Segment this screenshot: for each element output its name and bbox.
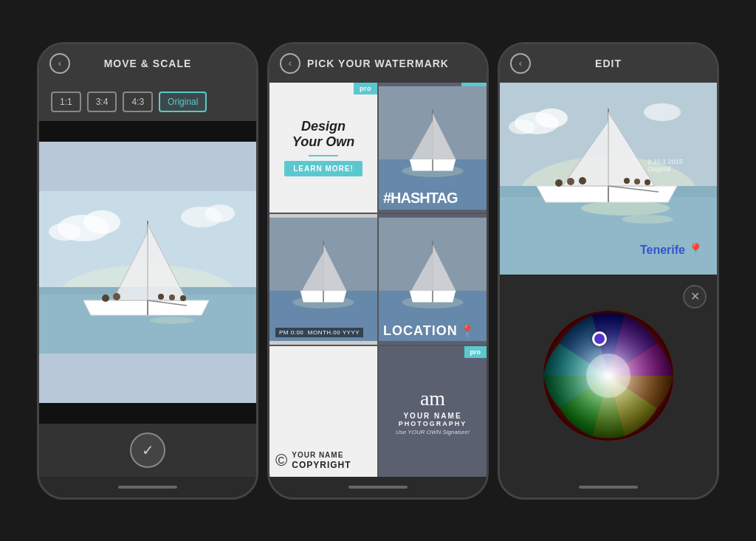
watermark-option-copyright[interactable]: © YOUR NAME COPYRIGHT bbox=[269, 346, 377, 477]
svg-point-47 bbox=[645, 179, 650, 185]
screen3-content: 9.10.1 2015 Original Tenerife 📍 ✕ bbox=[500, 83, 717, 477]
svg-text:9.10.1 2015: 9.10.1 2015 bbox=[647, 158, 684, 165]
screen2-header: ‹ PICK YOUR WATERMARK bbox=[269, 44, 487, 83]
svg-text:Original: Original bbox=[647, 165, 671, 173]
screen1-back-button[interactable]: ‹ bbox=[49, 53, 70, 74]
back-icon2: ‹ bbox=[289, 58, 292, 69]
screen1-content: 1:1 3:4 4:3 Original bbox=[39, 83, 256, 477]
ratio-btn-original[interactable]: Original bbox=[159, 92, 207, 112]
close-icon: ✕ bbox=[690, 289, 700, 303]
close-button[interactable]: ✕ bbox=[683, 285, 707, 309]
photography-name: YOUR NAME bbox=[403, 412, 461, 420]
screen1-bottom-bar bbox=[39, 403, 256, 424]
watermark-option-design[interactable]: pro DesignYour Own LEARN MORE! bbox=[269, 83, 377, 213]
ratio-btn-3-4[interactable]: 3:4 bbox=[87, 92, 117, 112]
screen2-title: PICK YOUR WATERMARK bbox=[307, 58, 449, 69]
svg-point-42 bbox=[555, 179, 563, 187]
svg-point-39 bbox=[644, 103, 681, 121]
screen1-header: ‹ MOVE & SCALE bbox=[39, 44, 256, 83]
sailboat-scene bbox=[39, 142, 256, 403]
phone-screen3: ‹ EDIT bbox=[498, 42, 719, 500]
watermark-grid: pro DesignYour Own LEARN MORE! ★★ bbox=[269, 83, 487, 477]
svg-point-53 bbox=[586, 354, 630, 398]
svg-point-44 bbox=[579, 177, 586, 185]
svg-point-35 bbox=[622, 215, 673, 224]
copyright-content: © YOUR NAME COPYRIGHT bbox=[275, 451, 351, 470]
svg-point-45 bbox=[624, 178, 630, 184]
watermark-option-datetime[interactable]: PM 0:00 MONTH.00 YYYY bbox=[269, 214, 377, 345]
home-indicator3 bbox=[579, 486, 638, 489]
datetime-bg bbox=[269, 214, 377, 345]
screen2-bottom-home bbox=[269, 477, 487, 497]
screens-container: ‹ MOVE & SCALE 1:1 3:4 4:3 Original bbox=[22, 27, 734, 514]
color-wheel-svg bbox=[542, 309, 675, 442]
ratio-btn-4-3[interactable]: 4:3 bbox=[123, 92, 153, 112]
screen3-back-button[interactable]: ‹ bbox=[510, 53, 531, 74]
screen1-image-area[interactable] bbox=[39, 142, 256, 403]
checkmark-icon: ✓ bbox=[142, 441, 154, 459]
phone-screen1: ‹ MOVE & SCALE 1:1 3:4 4:3 Original bbox=[37, 42, 258, 500]
back-icon: ‹ bbox=[58, 58, 61, 69]
location-watermark: Tenerife 📍 bbox=[640, 242, 704, 258]
svg-point-15 bbox=[158, 294, 164, 300]
ratio-bar: 1:1 3:4 4:3 Original bbox=[39, 83, 256, 121]
screen3-image-area: 9.10.1 2015 Original Tenerife 📍 bbox=[500, 83, 717, 275]
svg-point-46 bbox=[634, 179, 640, 185]
phone-screen2: ‹ PICK YOUR WATERMARK pro DesignYour Own… bbox=[267, 42, 489, 500]
svg-point-17 bbox=[180, 295, 186, 301]
copyright-line1: YOUR NAME bbox=[292, 451, 351, 460]
back-icon3: ‹ bbox=[519, 58, 522, 69]
svg-point-34 bbox=[581, 201, 670, 216]
svg-point-38 bbox=[509, 120, 535, 134]
home-indicator2 bbox=[348, 486, 408, 489]
hashtag-text: #HASHTAG bbox=[383, 190, 458, 207]
screen3-bottom-home bbox=[500, 477, 717, 497]
svg-point-37 bbox=[535, 108, 568, 128]
signature-text: am bbox=[420, 387, 445, 410]
datetime-overlay: PM 0:00 MONTH.00 YYYY bbox=[275, 328, 363, 337]
screen2-content: pro DesignYour Own LEARN MORE! ★★ bbox=[269, 83, 487, 477]
location-wm-pin-icon: 📍 bbox=[687, 242, 704, 258]
watermark-option-hashtag[interactable]: ★★ #HASHTAG bbox=[379, 83, 487, 213]
svg-point-7 bbox=[83, 210, 120, 234]
design-text: DesignYour Own bbox=[292, 119, 354, 151]
svg-point-43 bbox=[567, 178, 574, 185]
svg-point-13 bbox=[102, 294, 109, 302]
screen1-bottom-home bbox=[39, 477, 256, 497]
home-indicator bbox=[118, 486, 177, 489]
screen3-header: ‹ EDIT bbox=[500, 44, 717, 83]
color-wheel[interactable] bbox=[542, 309, 675, 442]
location-wm-text: Tenerife bbox=[640, 244, 685, 257]
design-line bbox=[309, 155, 338, 156]
screen1-title: MOVE & SCALE bbox=[104, 58, 192, 69]
watermark-option-location[interactable]: LOCATION 📍 bbox=[379, 214, 487, 345]
photography-pro-badge: pro bbox=[464, 346, 487, 358]
screen1-top-bar bbox=[39, 121, 256, 142]
learn-more-button[interactable]: LEARN MORE! bbox=[284, 161, 362, 176]
copyright-text: YOUR NAME COPYRIGHT bbox=[292, 451, 351, 470]
color-selector-dot[interactable] bbox=[592, 331, 607, 346]
screen3-title: EDIT bbox=[595, 58, 622, 69]
svg-point-16 bbox=[169, 294, 175, 300]
photography-italic: Use YOUR OWN Signature! bbox=[396, 429, 470, 435]
confirm-button[interactable]: ✓ bbox=[130, 433, 165, 468]
ratio-btn-1-1[interactable]: 1:1 bbox=[51, 92, 81, 112]
pro-badge: pro bbox=[354, 83, 377, 94]
svg-point-8 bbox=[49, 223, 81, 241]
copyright-symbol: © bbox=[275, 451, 287, 470]
watermark-option-photography[interactable]: pro am YOUR NAME PHOTOGRAPHY Use YOUR OW… bbox=[379, 346, 487, 477]
photography-sub: PHOTOGRAPHY bbox=[399, 420, 467, 427]
copyright-line2: COPYRIGHT bbox=[292, 460, 351, 470]
svg-point-5 bbox=[150, 317, 194, 324]
svg-point-10 bbox=[205, 204, 235, 222]
color-picker-area: ✕ bbox=[500, 275, 717, 477]
screen1-confirm-area: ✓ bbox=[39, 424, 256, 477]
svg-point-14 bbox=[113, 293, 120, 300]
location-text: LOCATION 📍 bbox=[383, 323, 475, 339]
screen2-back-button[interactable]: ‹ bbox=[280, 53, 300, 74]
location-pin-icon: 📍 bbox=[460, 324, 475, 338]
